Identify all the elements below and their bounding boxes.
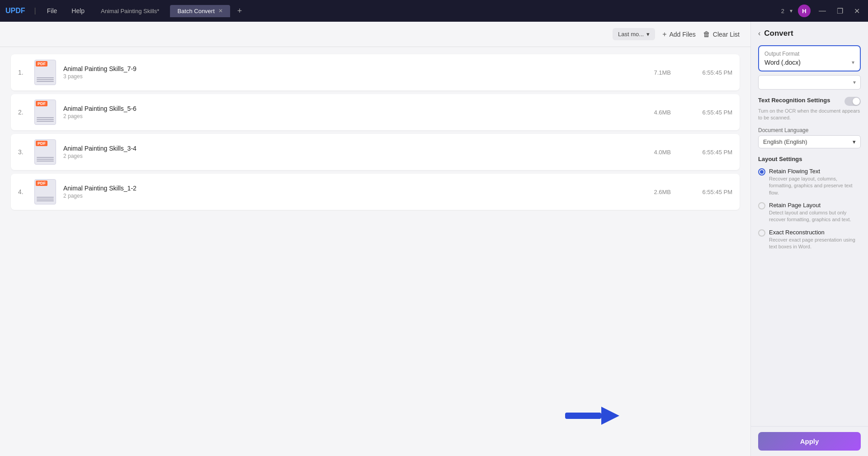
layout-option-retain-flowing[interactable]: Retain Flowing Text Recover page layout,… (758, 168, 861, 196)
clear-list-button[interactable]: 🗑 Clear List (703, 30, 740, 38)
file-list: 1. PDF Animal Painting Skills_7-9 3 page… (0, 47, 750, 456)
file-pages: 2 pages (63, 113, 627, 119)
ocr-section: Text Recognition Settings Turn on the OC… (758, 97, 861, 122)
panel-body: Output Format Word (.docx) ▾ ▾ Text Reco… (751, 42, 868, 426)
radio-content-exact-reconstruction: Exact Reconstruction Recover exact page … (769, 229, 861, 251)
right-panel: ‹ Convert Output Format Word (.docx) ▾ ▾ (750, 22, 868, 456)
exact-reconstruction-label: Exact Reconstruction (769, 229, 861, 236)
apply-button[interactable]: Apply (758, 432, 861, 451)
lang-chevron-icon: ▾ (853, 138, 856, 145)
file-info: Animal Painting Skills_1-2 2 pages (63, 185, 627, 199)
tab-animal-painting-label: Animal Painting Skills* (101, 8, 159, 14)
pdf-badge: PDF (36, 141, 47, 146)
file-thumbnail: PDF (34, 100, 56, 125)
file-list-area: Last mo... ▾ + Add Files 🗑 Clear List 1 (0, 22, 750, 456)
titlebar-right: 2 ▾ H — ❐ ✕ (781, 5, 863, 17)
titlebar: UPDF | File Help Animal Painting Skills*… (0, 0, 868, 22)
file-time: 6:55:45 PM (678, 69, 732, 76)
close-button[interactable]: ✕ (851, 5, 863, 17)
table-row: 2. PDF Animal Painting Skills_5-6 2 page… (11, 94, 740, 130)
file-size: 4.0MB (635, 149, 671, 156)
layout-option-exact-reconstruction[interactable]: Exact Reconstruction Recover exact page … (758, 229, 861, 251)
file-number: 4. (18, 188, 27, 195)
sort-chevron-icon: ▾ (646, 31, 650, 38)
titlebar-divider: | (34, 7, 36, 15)
radio-inner-retain-flowing (760, 170, 764, 174)
table-row: 1. PDF Animal Painting Skills_7-9 3 page… (11, 54, 740, 90)
file-name: Animal Painting Skills_5-6 (63, 105, 627, 112)
sort-label: Last mo... (618, 31, 644, 38)
menu-file[interactable]: File (42, 5, 63, 16)
layout-settings-title: Layout Settings (758, 156, 861, 162)
menu-help[interactable]: Help (66, 5, 90, 16)
file-name: Animal Painting Skills_3-4 (63, 145, 627, 152)
panel-title: Convert (764, 29, 793, 38)
secondary-format-dropdown[interactable]: ▾ (758, 75, 861, 90)
ocr-toggle[interactable] (844, 97, 861, 106)
file-number: 1. (18, 69, 27, 76)
file-number: 3. (18, 148, 27, 156)
chevron-down-icon[interactable]: ▾ (790, 8, 793, 14)
toggle-knob (853, 98, 860, 105)
tab-close-icon[interactable]: ✕ (218, 8, 223, 14)
tab-batch-convert[interactable]: Batch Convert ✕ (170, 5, 230, 17)
add-files-label: Add Files (670, 31, 696, 38)
tab-add-button[interactable]: + (234, 6, 246, 16)
document-language-select[interactable]: English (English) ▾ (758, 135, 861, 148)
file-size: 4.6MB (635, 109, 671, 116)
pdf-badge: PDF (36, 180, 47, 186)
minimize-button[interactable]: — (816, 5, 829, 17)
file-name: Animal Painting Skills_7-9 (63, 65, 627, 72)
layout-option-retain-page[interactable]: Retain Page Layout Detect layout and col… (758, 202, 861, 223)
file-name: Animal Painting Skills_1-2 (63, 185, 627, 192)
table-row: 4. PDF Animal Painting Skills_1-2 2 page… (11, 174, 740, 210)
radio-circle-retain-page (758, 202, 765, 209)
toolbar: Last mo... ▾ + Add Files 🗑 Clear List (0, 22, 750, 47)
ocr-description: Turn on the OCR when the document appear… (758, 108, 861, 122)
svg-rect-1 (565, 413, 601, 419)
avatar[interactable]: H (798, 5, 811, 17)
back-arrow-icon[interactable]: ‹ (758, 29, 760, 38)
file-thumbnail: PDF (34, 139, 56, 165)
file-pages: 2 pages (63, 153, 627, 159)
add-files-button[interactable]: + Add Files (662, 30, 696, 38)
radio-circle-retain-flowing (758, 168, 765, 176)
output-format-value: Word (.docx) (764, 59, 801, 66)
trash-icon: 🗑 (703, 30, 710, 38)
retain-page-layout-label: Retain Page Layout (769, 202, 861, 209)
radio-content-retain-page: Retain Page Layout Detect layout and col… (769, 202, 861, 223)
sort-button[interactable]: Last mo... ▾ (613, 28, 655, 40)
main-layout: Last mo... ▾ + Add Files 🗑 Clear List 1 (0, 22, 868, 456)
retain-flowing-text-desc: Recover page layout, columns, formatting… (769, 176, 861, 196)
pdf-badge: PDF (36, 101, 47, 106)
output-format-dropdown[interactable]: Word (.docx) ▾ (764, 59, 854, 66)
direction-arrow-icon (565, 404, 619, 427)
app-logo: UPDF (5, 7, 25, 15)
svg-marker-2 (601, 407, 619, 425)
clear-list-label: Clear List (713, 31, 740, 38)
file-pages: 3 pages (63, 73, 627, 80)
pdf-badge: PDF (36, 61, 47, 66)
document-language-label: Document Language (758, 127, 861, 133)
table-row: 3. PDF Animal Painting Skills_3-4 2 page… (11, 134, 740, 170)
tab-animal-painting[interactable]: Animal Painting Skills* (94, 5, 166, 17)
file-info: Animal Painting Skills_3-4 2 pages (63, 145, 627, 159)
tab-batch-convert-label: Batch Convert (177, 8, 214, 14)
file-info: Animal Painting Skills_5-6 2 pages (63, 105, 627, 119)
radio-circle-exact-reconstruction (758, 229, 765, 237)
file-info: Animal Painting Skills_7-9 3 pages (63, 65, 627, 80)
output-format-label: Output Format (764, 51, 854, 57)
output-format-box[interactable]: Output Format Word (.docx) ▾ (758, 45, 861, 71)
retain-page-layout-desc: Detect layout and columns but only recov… (769, 209, 861, 223)
panel-header: ‹ Convert (751, 22, 868, 42)
ocr-header: Text Recognition Settings (758, 97, 861, 106)
format-chevron-icon: ▾ (852, 59, 854, 66)
ocr-title: Text Recognition Settings (758, 97, 830, 104)
exact-reconstruction-desc: Recover exact page presentation using te… (769, 237, 861, 251)
restore-button[interactable]: ❐ (834, 5, 846, 17)
radio-content-retain-flowing: Retain Flowing Text Recover page layout,… (769, 168, 861, 196)
apply-button-container: Apply (751, 426, 868, 456)
file-time: 6:55:45 PM (678, 149, 732, 156)
file-thumbnail: PDF (34, 179, 56, 204)
secondary-chevron-icon: ▾ (853, 79, 856, 86)
